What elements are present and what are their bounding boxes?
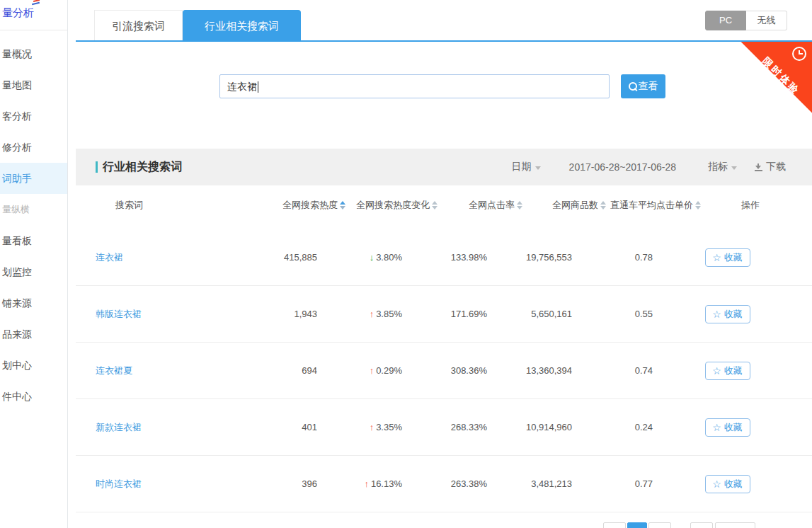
date-range-value: 2017-06-28~2017-06-28 [569,161,676,173]
col-actions: 操作 [741,199,760,212]
col-keyword: 搜索词 [115,199,143,212]
clock-icon [792,47,806,61]
sidebar-item-plan-center[interactable]: 划中心 [0,350,67,381]
search-row: 连衣裙 查看 [76,74,812,98]
favorite-button[interactable]: ☆收藏 [705,362,750,380]
col-products: 全网商品数 [552,199,606,212]
sidebar-item-software-center[interactable]: 件中心 [0,381,67,412]
trend-arrow-icon: ↑ [370,422,374,432]
view-button-label: 查看 [639,80,658,93]
sidebar-nav: 量概况 量地图 客分析 修分析 词助手 量纵横 量看板 划监控 铺来源 品来源 … [0,38,67,412]
products-value: 10,914,960 [497,422,582,432]
cpc-value: 0.77 [582,478,663,489]
sort-icon[interactable] [340,201,345,210]
ctr-value: 308.36% [412,365,497,376]
pagination-page-active[interactable] [627,522,647,528]
sidebar-item-keyword-assistant[interactable]: 词助手 [0,163,67,194]
pagination-jump-box[interactable] [715,522,755,528]
app-screen: 量分析 量概况 量地图 客分析 修分析 词助手 量纵横 量看板 划监控 铺来源 … [0,0,812,528]
change-value: ↑16.13% [327,478,412,489]
sidebar-item-crossview[interactable]: 量纵横 [0,194,67,225]
search-input-value: 连衣裙 [227,81,257,92]
ctr-value: 171.69% [412,309,497,319]
view-button[interactable]: 查看 [621,74,665,98]
download-icon [755,163,762,171]
tab-traffic-keywords[interactable]: 引流搜索词 [94,10,183,40]
heat-value: 401 [228,422,327,432]
sort-icon[interactable] [600,201,606,210]
heat-value: 1,943 [228,309,327,319]
ctr-value: 268.33% [412,422,497,432]
favorite-button[interactable]: ☆收藏 [705,418,750,437]
sidebar-item-dashboard[interactable]: 量看板 [0,225,67,256]
toggle-wireless[interactable]: 无线 [746,11,787,30]
col-heat: 全网搜索热度 [282,199,345,212]
pagination-next-button[interactable] [690,522,713,528]
pagination-page[interactable] [648,522,671,528]
sort-icon[interactable] [517,201,522,210]
star-icon: ☆ [712,366,721,376]
sidebar-item-decorate[interactable]: 修分析 [0,132,67,163]
heat-value: 396 [228,478,327,489]
sidebar-item-item-source[interactable]: 品来源 [0,318,67,350]
chevron-down-icon [535,166,541,170]
sort-icon[interactable] [432,201,438,210]
toggle-pc[interactable]: PC [705,11,746,30]
ctr-value: 263.38% [412,478,497,489]
col-ctr: 全网点击率 [469,199,522,212]
star-icon: ☆ [712,423,721,432]
tab-industry-keywords[interactable]: 行业相关搜索词 [183,10,301,40]
table-row: 新款连衣裙 401 ↑3.35% 268.33% 10,914,960 0.24… [76,399,812,456]
star-icon: ☆ [712,309,721,319]
products-value: 3,481,213 [497,478,582,489]
search-input[interactable]: 连衣裙 [219,74,610,98]
change-value: ↑3.35% [327,422,412,432]
cut-off-flag-icon [32,0,40,6]
star-icon: ☆ [712,253,721,263]
section-title: 行业相关搜索词 [103,149,182,185]
table-row: 时尚连衣裙 396 ↑16.13% 263.38% 3,481,213 0.77… [76,456,812,512]
cpc-value: 0.55 [582,309,663,319]
sort-icon[interactable] [695,201,701,210]
text-cursor [258,81,258,93]
sidebar-item-shop-source[interactable]: 铺来源 [0,287,67,318]
keyword-link[interactable]: 时尚连衣裙 [96,478,142,489]
device-toggle: PC 无线 [705,11,787,30]
table-header: 搜索词 全网搜索热度 全网搜索热度变化 全网点击率 全网商品数 直通车平均点击单… [76,185,812,225]
change-value: ↑3.85% [327,309,412,319]
table-body: 连衣裙 415,885 ↓3.80% 133.98% 19,756,553 0.… [76,229,812,512]
cpc-value: 0.78 [582,252,663,263]
pagination-prev-button[interactable] [603,522,626,528]
metric-filter-dropdown[interactable]: 指标 [708,161,737,173]
table-row: 韩版连衣裙 1,943 ↑3.85% 171.69% 5,650,161 0.5… [76,286,812,343]
topbar: 引流搜索词 行业相关搜索词 PC 无线 [69,0,812,40]
products-value: 19,756,553 [497,252,582,263]
sidebar-item-monitor[interactable]: 划监控 [0,256,67,287]
trend-arrow-icon: ↑ [364,478,369,489]
favorite-button[interactable]: ☆收藏 [705,305,750,323]
favorite-button[interactable]: ☆收藏 [705,475,750,493]
keyword-link[interactable]: 连衣裙 [96,252,123,263]
main-area: 引流搜索词 行业相关搜索词 PC 无线 限时体验 连衣裙 查看 [69,0,812,528]
sidebar-item-overview[interactable]: 量概况 [0,38,67,69]
change-value: ↑0.29% [327,365,412,376]
date-filter-dropdown[interactable]: 日期 [512,161,541,173]
keyword-link[interactable]: 新款连衣裙 [96,422,142,432]
sidebar-item-map[interactable]: 量地图 [0,69,67,101]
trend-arrow-icon: ↑ [370,309,374,319]
section-controls: 日期 2017-06-28~2017-06-28 指标 下载 [512,149,812,185]
section-marker [96,161,98,173]
pagination [76,522,812,528]
table-row: 连衣裙 415,885 ↓3.80% 133.98% 19,756,553 0.… [76,229,812,286]
sidebar: 量分析 量概况 量地图 客分析 修分析 词助手 量纵横 量看板 划监控 铺来源 … [0,0,68,528]
star-icon: ☆ [712,479,721,489]
search-icon [629,82,637,91]
cpc-value: 0.24 [582,422,663,432]
keyword-link[interactable]: 韩版连衣裙 [96,309,142,319]
download-link[interactable]: 下载 [755,161,786,173]
favorite-button[interactable]: ☆收藏 [705,248,750,267]
sidebar-item-visitor[interactable]: 客分析 [0,101,67,132]
col-cpc: 直通车平均点击单价 [610,199,701,212]
products-value: 13,360,394 [497,365,582,376]
keyword-link[interactable]: 连衣裙夏 [96,365,132,376]
